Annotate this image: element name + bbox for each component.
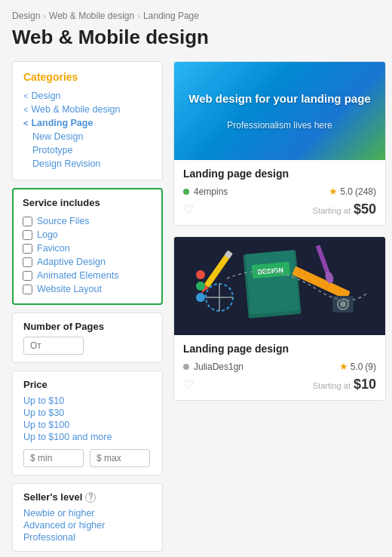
card-meta-2: JuliaDes1gn ★ 5.0 (9) (183, 361, 376, 372)
card-image-sub-1: Professionalism lives here (181, 112, 378, 138)
content-area: Web design for your landing page Profess… (173, 61, 386, 411)
rating-price-2: ★ 5.0 (9) (339, 361, 376, 372)
service-label-animated: Animated Elements (37, 270, 118, 281)
rating-value-1: 5.0 (340, 186, 353, 197)
service-logo[interactable]: Logo (23, 228, 152, 242)
categories-title: Categories (23, 71, 152, 83)
service-favicon[interactable]: Favicon (23, 242, 152, 255)
seller-professional[interactable]: Professional (23, 531, 152, 543)
checkbox-layout[interactable] (23, 285, 32, 294)
sidebar-item-design-revision[interactable]: Design Revision (23, 157, 152, 171)
svg-point-26 (196, 293, 205, 302)
reviews-count-1: (248) (355, 186, 376, 197)
service-label-adaptive: Adaptive Design (37, 257, 106, 267)
rating-price-1: ★ 5.0 (248) (329, 186, 376, 197)
card-meta-1: 4empins ★ 5.0 (248) (183, 186, 376, 197)
breadcrumb: Design › Web & Mobile design › Landing P… (12, 11, 380, 21)
notebook-illustration: DESIGN (174, 237, 385, 335)
product-card-2: DESIGN (173, 236, 386, 401)
arrow-icon: < (23, 118, 28, 128)
seller-info-2: JuliaDes1gn (183, 362, 243, 372)
breadcrumb-sep-1: › (43, 11, 46, 20)
service-label-favicon: Favicon (37, 243, 70, 254)
star-icon-1: ★ (329, 186, 338, 197)
checkbox-source-files[interactable] (23, 217, 32, 226)
card-image-text-1: Web design for your landing page (181, 85, 378, 112)
price-value-1: $50 (354, 202, 376, 217)
categories-panel: Categories < Design < Web & Mobile desig… (12, 61, 163, 180)
svg-point-25 (196, 282, 205, 291)
starting-at-label-2: Starting at (313, 381, 351, 390)
seller-newbie[interactable]: Newbie or higher (23, 507, 152, 519)
checkbox-animated[interactable] (23, 271, 32, 281)
card-actions-1: ♡ Starting at $50 (183, 202, 376, 217)
online-indicator-1 (183, 189, 189, 195)
card-title-1: Landing page design (183, 168, 376, 180)
cat-label-design: Design (31, 91, 60, 101)
svg-point-22 (340, 301, 346, 307)
svg-rect-4 (292, 266, 351, 300)
service-label-layout: Website Layout (37, 284, 102, 294)
product-card-1: Web design for your landing page Profess… (173, 61, 386, 226)
service-includes-panel: Service includes Source Files Logo Favic… (12, 188, 163, 305)
starting-at-label-1: Starting at (313, 206, 351, 215)
checkbox-adaptive[interactable] (23, 257, 32, 267)
seller-info-1: 4empins (183, 186, 228, 197)
offline-indicator-2 (183, 364, 189, 370)
svg-rect-1 (245, 250, 299, 314)
service-website-layout[interactable]: Website Layout (23, 282, 152, 296)
seller-level-panel: Seller's level ? Newbie or higher Advanc… (12, 483, 163, 552)
card-title-2: Landing page design (183, 343, 376, 355)
card-body-2: Landing page design JuliaDes1gn ★ 5.0 (9… (174, 335, 385, 400)
svg-point-24 (196, 270, 205, 279)
pages-label: Number of Pages (23, 321, 152, 332)
breadcrumb-landing: Landing Page (143, 11, 199, 21)
breadcrumb-web-mobile[interactable]: Web & Mobile design (49, 11, 134, 21)
price-label: Price (23, 379, 152, 390)
sidebar-item-landing[interactable]: < Landing Page (23, 116, 152, 130)
card-body-1: Landing page design 4empins ★ 5.0 (248) (174, 160, 385, 225)
card-actions-2: ♡ Starting at $10 (183, 377, 376, 392)
service-adaptive-design[interactable]: Adaptive Design (23, 255, 152, 269)
service-animated-elements[interactable]: Animated Elements (23, 269, 152, 282)
price-option-100-more[interactable]: Up to $100 and more (23, 431, 152, 443)
product-image-2[interactable]: DESIGN (174, 237, 385, 335)
price-max-input[interactable] (90, 449, 150, 467)
checkbox-logo[interactable] (23, 230, 32, 240)
breadcrumb-design[interactable]: Design (12, 11, 40, 21)
heart-icon-2[interactable]: ♡ (183, 377, 194, 392)
service-source-files[interactable]: Source Files (23, 214, 152, 228)
service-label-source-files: Source Files (37, 216, 89, 226)
cat-label-web: Web & Mobile design (31, 104, 120, 115)
breadcrumb-sep-2: › (137, 11, 140, 20)
cat-label-landing: Landing Page (31, 118, 93, 128)
seller-advanced[interactable]: Advanced or higher (23, 519, 152, 531)
svg-rect-23 (337, 296, 343, 300)
arrow-icon: < (23, 105, 28, 114)
sidebar-item-design[interactable]: < Design (23, 89, 152, 103)
checkbox-favicon[interactable] (23, 244, 32, 254)
sidebar-item-prototype[interactable]: Prototype (23, 143, 152, 157)
price-option-100[interactable]: Up to $100 (23, 419, 152, 431)
sidebar-item-web-mobile[interactable]: < Web & Mobile design (23, 103, 152, 116)
product-image-1[interactable]: Web design for your landing page Profess… (174, 62, 385, 160)
service-includes-title: Service includes (23, 197, 152, 208)
price-option-10[interactable]: Up to $10 (23, 395, 152, 407)
rating-1: ★ 5.0 (248) (329, 186, 376, 197)
price-min-input[interactable] (23, 449, 84, 467)
price-filter-panel: Price Up to $10 Up to $30 Up to $100 Up … (12, 371, 163, 475)
seller-name-1[interactable]: 4empins (194, 186, 228, 197)
arrow-icon: < (23, 91, 28, 100)
star-icon-2: ★ (339, 361, 348, 372)
sidebar-item-new-design[interactable]: New Design (23, 130, 152, 143)
help-icon[interactable]: ? (85, 492, 96, 503)
pages-filter-panel: Number of Pages (12, 312, 163, 363)
starting-price-1: Starting at $50 (313, 202, 376, 217)
seller-level-label: Seller's level (23, 491, 82, 503)
sidebar: Categories < Design < Web & Mobile desig… (12, 61, 163, 557)
seller-name-2[interactable]: JuliaDes1gn (194, 362, 243, 372)
reviews-count-2: (9) (365, 362, 376, 372)
pages-input[interactable] (23, 337, 84, 355)
heart-icon-1[interactable]: ♡ (183, 202, 194, 217)
price-option-30[interactable]: Up to $30 (23, 407, 152, 419)
